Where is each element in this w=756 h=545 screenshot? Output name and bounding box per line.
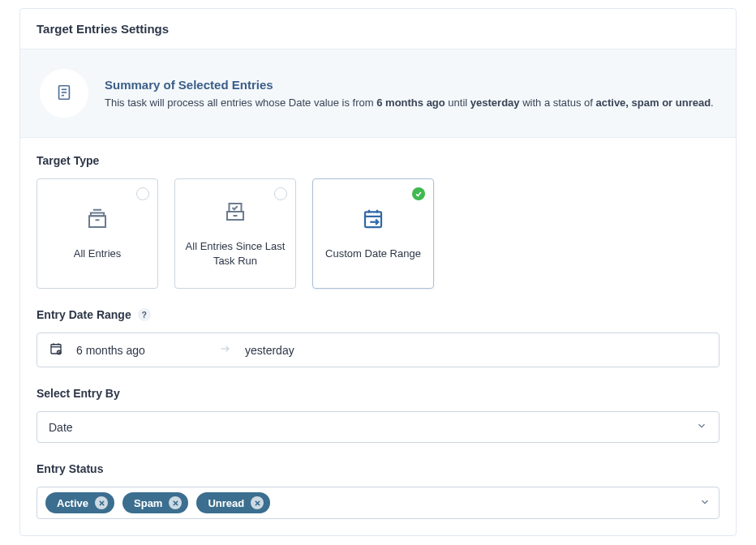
calendar-icon — [49, 341, 63, 358]
arrow-right-icon — [219, 342, 232, 358]
target-card-label: Custom Date Range — [325, 247, 421, 261]
card-title: Target Entries Settings — [20, 9, 736, 49]
calendar-arrow-icon — [361, 207, 385, 234]
archive-icon — [85, 207, 110, 234]
summary-banner: Summary of Selected Entries This task wi… — [20, 49, 736, 138]
chevron-down-icon — [699, 496, 711, 510]
entry-status-label: Entry Status — [37, 462, 719, 475]
document-icon — [55, 84, 73, 104]
summary-title: Summary of Selected Entries — [105, 78, 714, 92]
tag-label: Unread — [208, 497, 244, 509]
remove-tag-icon[interactable] — [169, 496, 182, 509]
tag-label: Active — [57, 497, 88, 509]
radio-unchecked-icon — [274, 187, 287, 200]
radio-unchecked-icon — [136, 187, 149, 200]
tag-label: Spam — [134, 497, 162, 509]
date-range-from: 6 months ago — [76, 344, 206, 357]
inbox-check-icon — [223, 200, 247, 226]
remove-tag-icon[interactable] — [251, 496, 264, 509]
target-card-label: All Entries Since Last Task Run — [185, 239, 286, 268]
summary-icon-circle — [40, 69, 88, 118]
date-range-label: Entry Date Range — [37, 308, 131, 321]
chevron-down-icon — [696, 420, 707, 434]
status-tag-spam: Spam — [122, 492, 188, 513]
date-range-to: yesterday — [245, 344, 707, 357]
svg-rect-6 — [89, 216, 105, 227]
date-range-input[interactable]: 6 months ago yesterday — [37, 333, 719, 367]
entry-status-multiselect[interactable]: Active Spam Unread — [37, 487, 719, 519]
svg-rect-11 — [365, 212, 381, 227]
status-tag-unread: Unread — [196, 492, 270, 513]
select-value: Date — [49, 421, 73, 434]
status-tag-active: Active — [45, 492, 114, 513]
select-entry-by-dropdown[interactable]: Date — [37, 411, 719, 443]
target-card-label: All Entries — [74, 247, 122, 261]
summary-description: This task will process all entries whose… — [105, 97, 714, 109]
remove-tag-icon[interactable] — [95, 496, 108, 509]
check-selected-icon — [412, 187, 425, 200]
select-by-label: Select Entry By — [37, 387, 719, 400]
target-type-all-entries[interactable]: All Entries — [37, 178, 158, 289]
target-type-since-last-run[interactable]: All Entries Since Last Task Run — [174, 178, 296, 289]
help-icon[interactable]: ? — [138, 308, 151, 321]
target-type-label: Target Type — [37, 154, 719, 167]
target-type-custom-date-range[interactable]: Custom Date Range — [312, 178, 434, 289]
